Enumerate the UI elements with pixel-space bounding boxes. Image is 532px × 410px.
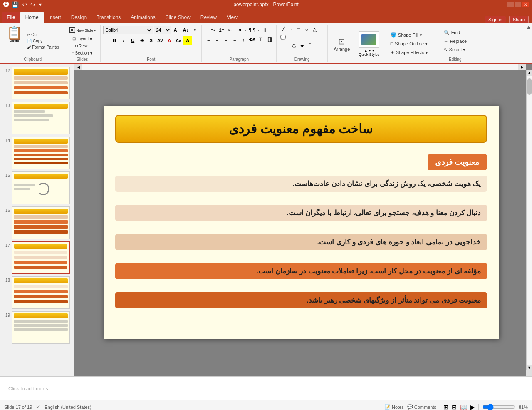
slide-thumb-13[interactable]: 13	[2, 101, 72, 135]
shape-line[interactable]: ╱	[279, 26, 287, 33]
tab-file[interactable]: File	[2, 12, 20, 23]
replace-btn[interactable]: ↔ Replace	[441, 38, 469, 45]
tab-insert[interactable]: Insert	[44, 12, 66, 23]
collapse-ribbon-btn[interactable]: ▲	[526, 24, 531, 30]
quick-styles-more[interactable]: ▾	[372, 49, 374, 52]
zoom-slider[interactable]	[482, 404, 515, 410]
font-name-select[interactable]: Calibri	[103, 26, 153, 34]
bold-btn[interactable]: B	[110, 36, 119, 45]
slide-panel[interactable]: 12 13 14	[0, 64, 74, 376]
arrange-btn[interactable]: ⊡ Arrange	[330, 35, 353, 53]
save-quick-btn[interactable]: 💾	[11, 0, 20, 9]
increase-font-btn[interactable]: A↑	[172, 26, 181, 34]
numbering-btn[interactable]: 1≡	[218, 26, 226, 34]
rtl-btn[interactable]: ←¶	[244, 26, 252, 34]
share-btn[interactable]: Share	[509, 16, 529, 23]
copy-btn[interactable]: 📄 Copy	[25, 38, 61, 44]
char-spacing-btn[interactable]: AV	[156, 36, 164, 45]
slide-thumb-19[interactable]: 19	[2, 311, 72, 345]
layout-btn[interactable]: ⊞ Layout ▾	[71, 36, 94, 42]
tab-transitions[interactable]: Transitions	[92, 12, 126, 23]
quick-styles-preview[interactable]	[359, 31, 379, 48]
cols-btn[interactable]: ⫴	[261, 26, 270, 34]
shape-pentagon[interactable]: ⬠	[290, 42, 298, 50]
select-btn[interactable]: ↖ Select ▾	[441, 46, 469, 53]
slide-thumb-14[interactable]: 14	[2, 136, 72, 170]
font-color-btn[interactable]: A	[165, 36, 173, 45]
horizontal-scrollbar[interactable]: ◀ ▶	[74, 64, 526, 70]
ltr-btn[interactable]: ¶→	[252, 26, 261, 34]
shape-oval[interactable]: ○	[303, 26, 310, 33]
tab-animations[interactable]: Animations	[126, 12, 160, 23]
increase-indent-btn[interactable]: ⇥	[235, 26, 243, 34]
new-slide-btn[interactable]: 🖼 New Slide ▾	[67, 26, 98, 35]
shape-outline-btn[interactable]: □ Shape Outline ▾	[388, 40, 431, 47]
normal-view-btn[interactable]: ⊞	[443, 404, 448, 410]
decrease-font-btn[interactable]: A↓	[181, 26, 190, 34]
restore-btn[interactable]: □	[515, 2, 521, 7]
shape-curve[interactable]: ⌒	[306, 42, 314, 50]
align-right-btn[interactable]: ≡	[222, 35, 230, 44]
customize-quick-btn[interactable]: ▾	[38, 0, 42, 9]
shadow-btn[interactable]: S	[147, 36, 155, 45]
shape-rect[interactable]: □	[295, 26, 302, 33]
undo-quick-btn[interactable]: ↩	[21, 0, 28, 9]
font-size-select[interactable]: 24	[154, 26, 171, 34]
line-spacing-btn[interactable]: ↕	[239, 35, 247, 44]
find-btn[interactable]: 🔍 Find	[441, 29, 469, 36]
slide-thumb-15[interactable]: 15	[2, 171, 72, 205]
slide-canvas[interactable]: ساخت مفهوم معنویت فردی معنویت فردی یک هو…	[104, 106, 499, 339]
notes-area[interactable]: Click to add notes	[0, 376, 532, 400]
scroll-right-btn[interactable]: ▶	[518, 64, 526, 70]
text-highlight-btn[interactable]: A	[183, 36, 192, 45]
slide-thumb-18[interactable]: 18	[2, 276, 72, 310]
shape-callout[interactable]: 💬	[279, 34, 287, 41]
scroll-left-btn[interactable]: ◀	[74, 64, 82, 70]
align-left-btn[interactable]: ≡	[204, 35, 213, 44]
shape-fill-btn[interactable]: 🪣 Shape Fill ▾	[388, 32, 431, 39]
text-direction-btn[interactable]: ⟲A	[248, 35, 256, 44]
slideshow-btn[interactable]: ▶	[470, 404, 475, 410]
shape-arrow[interactable]: →	[287, 26, 294, 33]
format-painter-btn[interactable]: 🖌 Format Painter	[25, 45, 61, 50]
shape-effects-btn[interactable]: ✦ Shape Effects ▾	[388, 49, 431, 56]
underline-btn[interactable]: U	[129, 36, 137, 45]
strikethrough-btn[interactable]: S	[138, 36, 146, 45]
comments-btn[interactable]: 💬 Comments	[407, 404, 436, 410]
bullets-btn[interactable]: ≡•	[209, 26, 217, 34]
justify-btn[interactable]: ≡	[230, 35, 239, 44]
scroll-thumb[interactable]	[527, 78, 532, 95]
align-center-btn[interactable]: ≡	[213, 35, 221, 44]
tab-view[interactable]: View	[222, 12, 242, 23]
paste-btn[interactable]: 📋 Paste	[4, 26, 25, 56]
slide-sorter-btn[interactable]: ⊟	[452, 404, 457, 410]
quick-styles-up[interactable]: ▲	[364, 49, 367, 52]
italic-btn[interactable]: I	[119, 36, 128, 45]
slide-thumb-16[interactable]: 16	[2, 206, 72, 240]
slide-thumb-12[interactable]: 12	[2, 66, 72, 100]
decrease-indent-btn[interactable]: ⇤	[226, 26, 235, 34]
minimize-btn[interactable]: ─	[507, 2, 514, 7]
tab-design[interactable]: Design	[66, 12, 92, 23]
tab-home[interactable]: Home	[20, 12, 44, 23]
signin-btn[interactable]: Sign in	[485, 16, 506, 23]
shape-triangle[interactable]: △	[311, 26, 318, 33]
tab-slideshow[interactable]: Slide Show	[161, 12, 195, 23]
vertical-scrollbar[interactable]: ▲ ▼	[526, 70, 532, 370]
shape-star[interactable]: ★	[298, 42, 306, 50]
reading-view-btn[interactable]: 📖	[460, 404, 467, 410]
clear-format-btn[interactable]: ✦	[191, 26, 199, 34]
change-case-btn[interactable]: Aa	[174, 36, 183, 45]
align-text-btn[interactable]: ⊤	[257, 35, 265, 44]
cut-btn[interactable]: ✂ Cut	[25, 32, 61, 37]
notes-btn[interactable]: 📝 Notes	[385, 404, 404, 410]
tab-review[interactable]: Review	[195, 12, 222, 23]
redo-quick-btn[interactable]: ↪	[30, 0, 36, 9]
section-btn[interactable]: ≡ Section ▾	[71, 50, 94, 56]
smartart-btn[interactable]: ⟦⟧	[265, 35, 274, 44]
scroll-up-btn[interactable]: ▲	[527, 70, 532, 76]
reset-btn[interactable]: ↺ Reset	[73, 43, 91, 49]
close-btn[interactable]: ✕	[522, 2, 529, 7]
scroll-down-btn[interactable]: ▼	[527, 365, 532, 370]
slide-thumb-17[interactable]: 17	[2, 241, 72, 275]
